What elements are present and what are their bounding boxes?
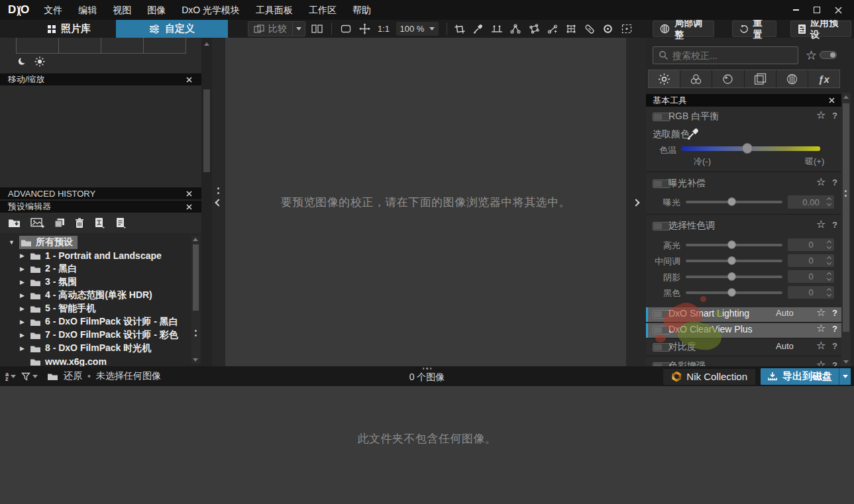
scroll-down-icon[interactable] bbox=[843, 360, 849, 364]
create-preset-from-image-button[interactable] bbox=[30, 218, 44, 228]
favorite-star-icon[interactable]: ☆ bbox=[816, 340, 826, 351]
close-panel-button[interactable] bbox=[184, 202, 193, 211]
scrollbar-thumb[interactable] bbox=[193, 244, 199, 311]
splitter-handle[interactable] bbox=[195, 327, 197, 339]
help-icon[interactable]: ? bbox=[832, 360, 837, 366]
menu-workspace[interactable]: 工作区 bbox=[301, 0, 345, 20]
white-balance-picker-button[interactable] bbox=[472, 22, 484, 36]
help-icon[interactable]: ? bbox=[832, 177, 837, 187]
help-icon[interactable]: ? bbox=[832, 220, 837, 230]
horizon-tool-button[interactable] bbox=[490, 22, 503, 36]
scroll-up-icon[interactable] bbox=[193, 238, 198, 241]
rgb-wb-checkbox[interactable] bbox=[653, 113, 670, 121]
left-panel-scrollbar[interactable] bbox=[201, 38, 212, 366]
tree-collapsed-icon[interactable]: ▶ bbox=[19, 279, 26, 285]
shadows-slider[interactable] bbox=[686, 276, 782, 278]
export-preset-button[interactable] bbox=[115, 217, 127, 228]
tree-collapsed-icon[interactable]: ▶ bbox=[19, 292, 26, 299]
favorite-star-icon[interactable]: ☆ bbox=[816, 177, 826, 187]
compare-dropdown[interactable] bbox=[292, 22, 305, 36]
close-panel-button[interactable] bbox=[184, 75, 193, 84]
highlights-value-box[interactable]: 0 bbox=[788, 238, 834, 251]
control-line-button[interactable] bbox=[546, 22, 559, 36]
tree-collapsed-icon[interactable]: ▶ bbox=[19, 252, 26, 259]
scroll-up-icon[interactable] bbox=[843, 95, 849, 99]
scroll-down-icon[interactable] bbox=[193, 358, 198, 362]
tree-item[interactable]: ▶ 4 - 高动态范围(单张 HDR) bbox=[19, 289, 152, 302]
zoom-1to1-button[interactable]: 1:1 bbox=[378, 20, 390, 38]
reset-button[interactable]: 重置 bbox=[732, 21, 776, 37]
menu-tool-panels[interactable]: 工具面板 bbox=[248, 0, 301, 20]
selective-tone-checkbox[interactable] bbox=[653, 222, 670, 230]
tab-effects[interactable]: ƒx bbox=[808, 70, 839, 87]
help-icon[interactable]: ? bbox=[832, 308, 837, 318]
export-to-disk-button[interactable]: 导出到磁盘 bbox=[761, 368, 839, 385]
slider-thumb[interactable] bbox=[727, 197, 736, 206]
filter-button[interactable] bbox=[21, 372, 38, 381]
splitter-handle[interactable] bbox=[845, 187, 847, 199]
favorite-star-icon[interactable]: ☆ bbox=[816, 219, 826, 230]
local-adjustments-button[interactable]: 局部调整 bbox=[653, 21, 714, 37]
exposure-slider[interactable] bbox=[686, 201, 782, 203]
tree-item-all-presets[interactable]: ▼ 所有预设 bbox=[8, 236, 78, 249]
scrollbar-thumb[interactable] bbox=[843, 103, 849, 332]
tree-item[interactable]: ▶ 6 - DxO FilmPack 设计师 - 黑白 bbox=[19, 315, 178, 328]
shadow-clipping-icon[interactable] bbox=[17, 56, 27, 66]
favorite-star-icon[interactable]: ☆ bbox=[816, 323, 826, 334]
pick-color-eyedropper-button[interactable] bbox=[687, 128, 699, 140]
tree-item[interactable]: ▶ 3 - 氛围 bbox=[19, 276, 77, 289]
split-view-button[interactable] bbox=[311, 20, 323, 38]
tree-collapsed-icon[interactable]: ▶ bbox=[19, 332, 26, 338]
tree-item[interactable]: www.x6g.com bbox=[30, 355, 107, 366]
help-icon[interactable]: ? bbox=[832, 341, 837, 351]
duplicate-preset-button[interactable] bbox=[54, 218, 65, 228]
slider-thumb[interactable] bbox=[727, 272, 736, 281]
fit-screen-button[interactable] bbox=[341, 20, 351, 38]
highlight-clipping-icon[interactable] bbox=[34, 56, 45, 67]
favorites-filter-star-icon[interactable]: ☆ bbox=[806, 49, 817, 62]
crop-tool-button[interactable] bbox=[453, 22, 466, 36]
preset-tree-scrollbar[interactable] bbox=[191, 236, 200, 364]
search-box[interactable] bbox=[653, 46, 798, 64]
close-palette-button[interactable] bbox=[829, 97, 835, 103]
maximize-button[interactable] bbox=[806, 2, 827, 18]
right-panel-scrollbar[interactable] bbox=[841, 93, 851, 366]
help-icon[interactable]: ? bbox=[832, 111, 837, 121]
contrast-checkbox[interactable] bbox=[653, 343, 670, 352]
tree-item[interactable]: ▶ 7 - DxO FilmPack 设计师 - 彩色 bbox=[19, 328, 178, 342]
tree-collapsed-icon[interactable]: ▶ bbox=[19, 319, 26, 325]
menu-image[interactable]: 图像 bbox=[139, 0, 174, 20]
tree-item[interactable]: ▶ 8 - DxO FilmPack 时光机 bbox=[19, 342, 151, 355]
favorite-star-icon[interactable]: ☆ bbox=[816, 360, 826, 366]
delete-preset-button[interactable] bbox=[75, 218, 84, 228]
tab-customize[interactable]: 自定义 bbox=[116, 20, 228, 38]
menu-edit[interactable]: 编辑 bbox=[70, 0, 105, 20]
slider-thumb[interactable] bbox=[742, 143, 753, 154]
minimize-button[interactable] bbox=[785, 2, 806, 18]
heal-tool-button[interactable] bbox=[583, 22, 596, 36]
slider-thumb[interactable] bbox=[727, 256, 736, 265]
collapse-right-panel-icon[interactable] bbox=[632, 199, 639, 206]
stepper[interactable] bbox=[827, 241, 831, 248]
menu-optics-modules[interactable]: DxO 光学模块 bbox=[174, 0, 248, 20]
clearview-checkbox[interactable] bbox=[653, 326, 670, 334]
stepper[interactable] bbox=[827, 198, 831, 205]
search-input[interactable] bbox=[672, 50, 792, 61]
smart-lighting-tool[interactable]: DxO Smart Lighting Auto ☆ ? bbox=[646, 307, 841, 323]
highlights-slider[interactable] bbox=[686, 244, 782, 246]
exposure-value-box[interactable]: 0.00 bbox=[788, 195, 834, 209]
rename-preset-button[interactable] bbox=[94, 217, 105, 228]
exposure-checkbox[interactable] bbox=[653, 179, 670, 188]
export-options-dropdown[interactable] bbox=[839, 368, 851, 385]
tab-geometry[interactable] bbox=[745, 70, 776, 87]
tree-item[interactable]: ▶ 1 - Portrait and Landscape bbox=[19, 249, 162, 262]
sort-button[interactable]: az bbox=[5, 372, 16, 381]
tree-collapsed-icon[interactable]: ▶ bbox=[19, 305, 26, 312]
apply-preset-button[interactable]: 应用预设 bbox=[790, 21, 851, 37]
panel-drag-handle[interactable] bbox=[217, 185, 219, 197]
midtones-value-box[interactable]: 0 bbox=[788, 254, 834, 267]
tab-light[interactable] bbox=[649, 70, 680, 87]
stepper[interactable] bbox=[827, 289, 831, 296]
temperature-slider[interactable] bbox=[681, 146, 820, 151]
import-preset-button[interactable] bbox=[8, 218, 21, 228]
